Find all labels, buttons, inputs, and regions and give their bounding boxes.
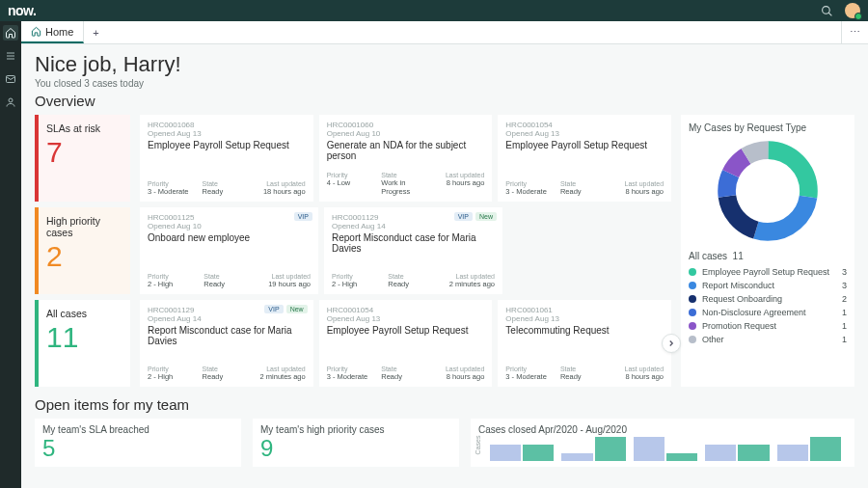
kpi-label: My team's high priority cases — [260, 424, 451, 435]
rail-list-icon[interactable] — [3, 48, 18, 64]
chart-bar — [705, 445, 736, 461]
summary-title: High priority cases — [46, 215, 122, 238]
case-opened: Opened Aug 13 — [505, 129, 664, 138]
summary-column: SLAs at risk 7 High priority cases 2 All… — [35, 115, 130, 387]
empty-slot — [508, 207, 671, 294]
chart-bar — [523, 445, 554, 461]
legend-item[interactable]: Report Misconduct3 — [689, 281, 847, 290]
summary-all-cases[interactable]: All cases 11 — [35, 300, 130, 387]
kpi-sla-breached[interactable]: My team's SLA breached 5 — [35, 419, 241, 467]
case-title: Telecommuting Request — [505, 325, 664, 336]
badge: New — [286, 305, 308, 313]
summary-value: 11 — [46, 321, 122, 354]
legend-count: 1 — [842, 321, 847, 331]
chart-bar — [561, 453, 592, 461]
case-id: HRC0001060 — [327, 121, 485, 129]
search-icon[interactable] — [821, 5, 833, 17]
overview-heading: Overview — [35, 93, 854, 109]
summary-high-priority[interactable]: High priority cases 2 — [35, 207, 130, 294]
legend-dot — [689, 268, 696, 276]
case-opened: Opened Aug 13 — [148, 129, 306, 138]
legend-total: All cases 11 — [689, 251, 847, 261]
badges: VIP — [294, 212, 312, 221]
legend-item[interactable]: Non-Disclosure Agreement1 — [689, 308, 847, 317]
cases-by-type-panel: My Cases by Request Type All cases 11 — [681, 115, 854, 387]
donut-chart — [689, 137, 847, 245]
case-id: HRC0001068 — [148, 121, 306, 129]
case-title: Employee Payroll Setup Request — [148, 140, 306, 150]
top-bar: now. — [0, 0, 868, 21]
case-footer: Priority2 - HighStateReadyLast updated19… — [148, 273, 311, 288]
legend-label: Other — [702, 335, 724, 344]
case-card[interactable]: HRC0001054Opened Aug 13Employee Payroll … — [498, 115, 671, 202]
svg-point-0 — [823, 6, 830, 14]
left-rail — [0, 21, 21, 488]
badge: VIP — [264, 305, 283, 313]
summary-sla-risk[interactable]: SLAs at risk 7 — [35, 115, 130, 202]
case-card[interactable]: VIPNewHRC0001129Opened Aug 14Report Misc… — [140, 300, 313, 387]
case-title: Employee Payroll Setup Request — [327, 325, 485, 336]
legend-dot — [689, 336, 696, 343]
tab-label: Home — [45, 26, 73, 38]
case-footer: Priority2 - HighStateReadyLast updated2 … — [332, 273, 495, 288]
rail-home-icon[interactable] — [3, 25, 18, 41]
rail-user-icon[interactable] — [3, 95, 18, 110]
legend-label: Employee Payroll Setup Request — [702, 267, 829, 277]
summary-title: SLAs at risk — [46, 122, 122, 134]
badges: VIPNew — [264, 305, 307, 313]
home-icon — [31, 26, 41, 37]
case-footer: Priority3 - ModerateStateReadyLast updat… — [505, 366, 664, 381]
badge: VIP — [294, 212, 312, 221]
legend-item[interactable]: Request Onboarding2 — [689, 294, 847, 304]
case-card[interactable]: VIPNewHRC0001129Opened Aug 14Report Misc… — [324, 207, 502, 294]
legend-dot — [689, 309, 696, 316]
case-card[interactable]: HRC0001060Opened Aug 10Generate an NDA f… — [319, 115, 493, 202]
chart-bar — [490, 445, 521, 461]
card-row: VIPHRC0001125Opened Aug 10Onboard new em… — [140, 207, 671, 294]
page-subtitle: You closed 3 cases today — [35, 78, 854, 89]
kpi-value: 9 — [260, 435, 451, 462]
legend-item[interactable]: Other1 — [689, 335, 847, 344]
chart-bar — [595, 437, 626, 461]
case-card[interactable]: HRC0001068Opened Aug 13Employee Payroll … — [140, 115, 313, 202]
case-id: HRC0001054 — [327, 306, 485, 314]
legend-label: Report Misconduct — [702, 281, 774, 290]
cases-grid: HRC0001068Opened Aug 13Employee Payroll … — [140, 115, 671, 387]
badges: VIPNew — [454, 212, 497, 221]
card-row: VIPNewHRC0001129Opened Aug 14Report Misc… — [140, 300, 671, 387]
scroll-right-arrow[interactable] — [662, 334, 681, 353]
legend-label: Non-Disclosure Agreement — [702, 308, 806, 317]
logo: now. — [8, 3, 36, 18]
case-card[interactable]: HRC0001061Opened Aug 13Telecommuting Req… — [498, 300, 671, 387]
chart-bar — [777, 445, 808, 461]
case-footer: Priority3 - ModerateStateReadyLast updat… — [505, 180, 664, 196]
case-title: Onboard new employee — [148, 232, 311, 243]
page-title: Nice job, Harry! — [35, 52, 854, 77]
tab-home[interactable]: Home — [21, 21, 84, 43]
panel-title: My Cases by Request Type — [689, 122, 847, 133]
kpi-label: My team's SLA breached — [42, 424, 233, 435]
legend-item[interactable]: Promotion Request1 — [689, 321, 847, 331]
chart-bar — [666, 453, 697, 461]
tab-overflow-icon[interactable]: ⋯ — [841, 21, 868, 43]
case-footer: Priority4 - LowStateWork in ProgressLast… — [327, 172, 485, 196]
case-card[interactable]: VIPHRC0001125Opened Aug 10Onboard new em… — [140, 207, 318, 294]
chart-bars — [478, 437, 847, 461]
avatar[interactable] — [845, 3, 860, 18]
case-title: Generate an NDA for the subject person — [327, 140, 485, 161]
case-opened: Opened Aug 10 — [327, 129, 485, 138]
topbar-actions — [821, 3, 860, 18]
cases-closed-chart[interactable]: Cases closed Apr/2020 - Aug/2020 Cases — [471, 419, 854, 467]
rail-inbox-icon[interactable] — [3, 71, 18, 87]
case-id: HRC0001054 — [505, 121, 664, 129]
legend-dot — [689, 322, 696, 330]
chart-bar — [738, 445, 769, 461]
summary-title: All cases — [46, 308, 122, 319]
legend-count: 2 — [842, 294, 847, 304]
case-card[interactable]: HRC0001054Opened Aug 13Employee Payroll … — [319, 300, 493, 387]
add-tab-button[interactable]: + — [84, 21, 107, 43]
legend-count: 1 — [842, 335, 847, 344]
kpi-high-priority[interactable]: My team's high priority cases 9 — [253, 419, 459, 467]
legend-item[interactable]: Employee Payroll Setup Request3 — [689, 267, 847, 277]
case-opened: Opened Aug 14 — [332, 222, 495, 230]
